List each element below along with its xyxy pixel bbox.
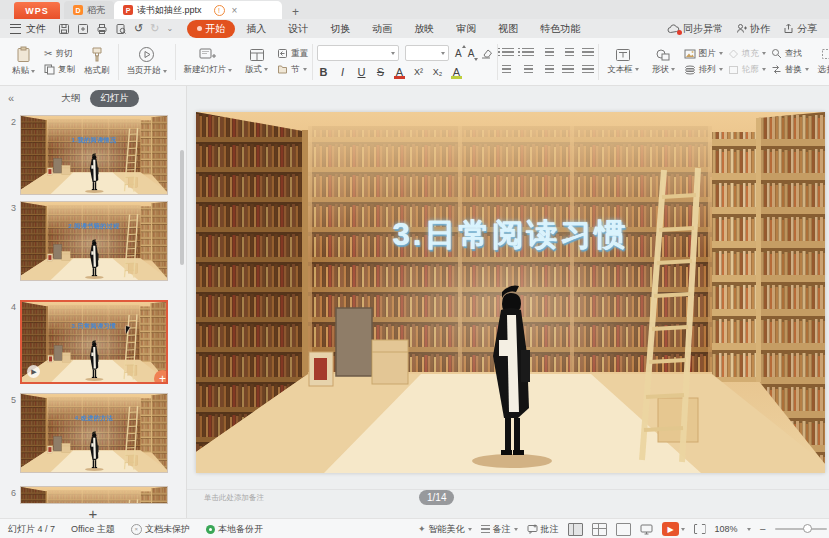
- indent-increase-icon[interactable]: [562, 48, 574, 58]
- slide-thumbnail-3[interactable]: 2.阅读书籍的过程: [20, 201, 168, 281]
- paste-button[interactable]: 粘贴: [8, 44, 39, 79]
- play-from-current-button[interactable]: 当页开始: [123, 44, 171, 79]
- backup-status[interactable]: 本地备份开: [206, 523, 263, 536]
- section-button[interactable]: 节: [277, 64, 308, 76]
- notes-button[interactable]: 备注: [481, 523, 518, 536]
- reset-slide-button[interactable]: 重置: [277, 48, 308, 60]
- tab-docer[interactable]: D 稻壳: [64, 1, 114, 19]
- slide-thumbnail-6[interactable]: [20, 486, 168, 504]
- arrange-button[interactable]: 排列: [684, 64, 723, 76]
- collaborate-button[interactable]: 协作: [736, 22, 770, 36]
- menu-tab-special[interactable]: 特色功能: [529, 22, 591, 36]
- sync-warning-icon: !: [214, 5, 225, 16]
- font-name-combo[interactable]: [317, 45, 399, 61]
- slide-thumbnail-2[interactable]: 1.我的阅读情况: [20, 115, 168, 195]
- slide-title-text[interactable]: 3.日常阅读习惯: [196, 214, 825, 256]
- normal-view-button[interactable]: [568, 523, 583, 536]
- align-right-icon[interactable]: [542, 65, 554, 75]
- export-icon[interactable]: [77, 23, 89, 35]
- shrink-font-button[interactable]: A: [468, 48, 475, 59]
- font-size-combo[interactable]: [405, 45, 449, 61]
- text-direction-icon[interactable]: [582, 48, 594, 58]
- new-tab-button[interactable]: +: [292, 5, 299, 19]
- reading-view-button[interactable]: [616, 523, 631, 536]
- slide-canvas[interactable]: 3.日常阅读习惯: [196, 112, 825, 473]
- smart-beautify-button[interactable]: ✦ 智能美化: [418, 523, 472, 536]
- notes-splitter[interactable]: [187, 489, 829, 490]
- sidebar-scrollbar[interactable]: [180, 150, 184, 265]
- font-color-button[interactable]: A: [393, 66, 406, 78]
- menu-file[interactable]: 文件: [26, 22, 46, 36]
- protection-status[interactable]: × 文档未保护: [131, 523, 190, 536]
- bold-button[interactable]: B: [317, 66, 330, 78]
- zoom-slider-knob[interactable]: [803, 524, 812, 533]
- replace-button[interactable]: 替换: [771, 64, 809, 76]
- menu-tab-review[interactable]: 审阅: [445, 22, 487, 36]
- cut-button[interactable]: ✂ 剪切: [44, 48, 75, 60]
- underline-button[interactable]: U: [355, 66, 368, 78]
- menu-tab-design[interactable]: 设计: [277, 22, 319, 36]
- print-preview-icon[interactable]: [115, 23, 127, 35]
- superscript-button[interactable]: X²: [412, 67, 425, 77]
- undo-icon[interactable]: ↺: [134, 22, 143, 35]
- textbox-button[interactable]: 文本框: [603, 46, 643, 78]
- comments-button[interactable]: 批注: [527, 523, 559, 536]
- wps-menu-button[interactable]: WPS: [14, 2, 60, 19]
- slide-layout-button[interactable]: 版式: [241, 46, 272, 78]
- highlight-button[interactable]: A: [450, 66, 463, 78]
- italic-button[interactable]: I: [336, 66, 349, 78]
- tab-outline[interactable]: 大纲: [61, 92, 80, 105]
- menu-tab-slideshow[interactable]: 放映: [403, 22, 445, 36]
- save-icon[interactable]: [58, 23, 70, 35]
- picture-button[interactable]: 图片: [684, 48, 723, 60]
- hamburger-icon[interactable]: [10, 24, 21, 34]
- subscript-button[interactable]: X₂: [431, 67, 444, 77]
- slide-sorter-view-button[interactable]: [592, 523, 607, 536]
- dropdown-arrow-icon: [514, 528, 518, 531]
- menu-tab-animation[interactable]: 动画: [361, 22, 403, 36]
- tab-slides[interactable]: 幻灯片: [90, 90, 139, 107]
- slide-thumbnail-4-selected[interactable]: 3.日常阅读习惯 ▶ +: [20, 300, 168, 384]
- menu-tab-transition[interactable]: 切换: [319, 22, 361, 36]
- customize-quickbar-icon[interactable]: ⌄: [166, 24, 173, 33]
- align-center-icon[interactable]: [522, 65, 534, 75]
- menu-tab-home[interactable]: 开始: [187, 20, 235, 38]
- zoom-level[interactable]: 108%: [715, 524, 738, 534]
- menu-tab-view[interactable]: 视图: [487, 22, 529, 36]
- align-justify-icon[interactable]: [562, 65, 574, 75]
- numbering-icon[interactable]: [522, 48, 534, 58]
- thumb-add-icon[interactable]: +: [154, 370, 168, 384]
- tab-document[interactable]: P 读书如抽丝.pptx ! ×: [114, 1, 282, 19]
- sync-status-button[interactable]: 同步异常: [667, 22, 723, 36]
- slideshow-view-icon[interactable]: [640, 524, 653, 535]
- reset-icon: [277, 48, 288, 59]
- slide-thumbnail-5[interactable]: 4.改进的方法: [20, 393, 168, 473]
- zoom-slider[interactable]: [775, 528, 827, 530]
- fullscreen-icon[interactable]: [694, 524, 706, 534]
- ribbon-separator: [312, 44, 313, 80]
- select-button[interactable]: 选择: [814, 46, 829, 78]
- clear-format-icon[interactable]: [480, 48, 493, 59]
- bullets-icon[interactable]: [502, 48, 514, 58]
- shapes-button[interactable]: 形状: [648, 46, 679, 78]
- copy-button[interactable]: 复制: [44, 64, 75, 76]
- align-left-icon[interactable]: [502, 65, 514, 75]
- theme-name[interactable]: Office 主题: [71, 523, 115, 536]
- format-painter-button[interactable]: 格式刷: [80, 45, 114, 79]
- slide-layout-label: 版式: [245, 64, 262, 76]
- indent-decrease-icon[interactable]: [542, 48, 554, 58]
- arrange-label: 排列: [699, 64, 716, 76]
- thumb-play-icon[interactable]: ▶: [27, 365, 40, 378]
- new-slide-button[interactable]: 新建幻灯片: [180, 45, 237, 78]
- line-spacing-icon[interactable]: [582, 65, 594, 75]
- grow-font-button[interactable]: A: [455, 48, 462, 59]
- find-button[interactable]: 查找: [771, 48, 809, 60]
- play-slideshow-button[interactable]: ▶: [662, 522, 685, 536]
- share-button[interactable]: 分享: [783, 22, 817, 36]
- zoom-out-button[interactable]: −: [760, 523, 766, 535]
- menu-tab-insert[interactable]: 插入: [235, 22, 277, 36]
- notes-placeholder[interactable]: 单击此处添加备注: [204, 493, 264, 503]
- strikethrough-button[interactable]: S: [374, 66, 387, 78]
- print-icon[interactable]: [96, 23, 108, 35]
- tab-close-icon[interactable]: ×: [232, 5, 238, 16]
